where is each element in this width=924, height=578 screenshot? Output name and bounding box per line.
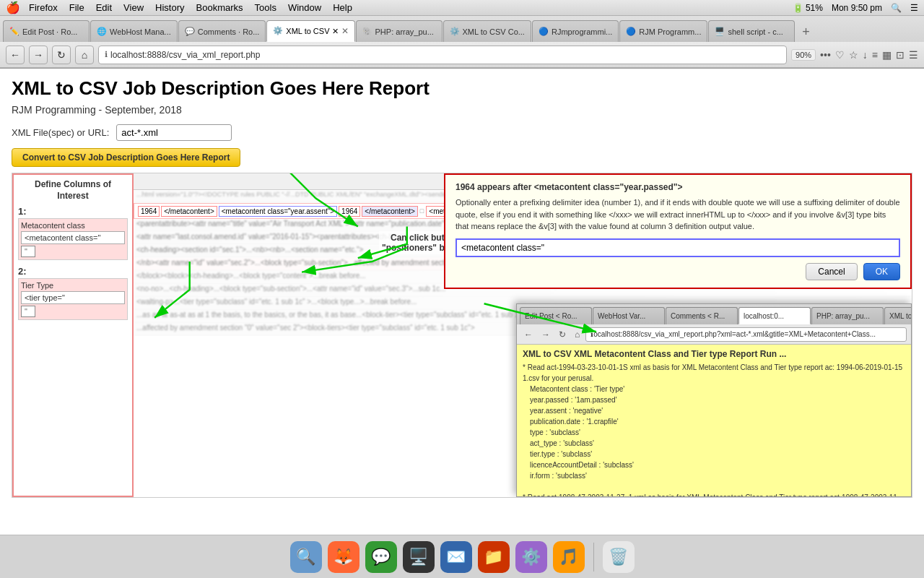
menu-items: Firefox File Edit View History Bookmarks… [29,2,352,13]
left-panel: Define Columns of Interest 1: Metaconten… [12,173,134,497]
reload-button[interactable]: ↻ [52,46,71,64]
dock-app1[interactable]: 📁 [478,541,510,573]
inner-tab-3[interactable]: Comments < R... [666,307,738,324]
star-icon[interactable]: ☆ [849,49,858,61]
fullscreen-icon[interactable]: ⊡ [896,49,905,61]
tooltip-body: Optionally enter a prefixing delimiter i… [456,197,900,233]
tab-rjm1[interactable]: 🔵 RJmprogrammi... [532,20,619,42]
tab-label-1: Edit Post · Ro... [22,27,83,36]
inner-line-type: type : 'subclass' [523,427,905,438]
field-1-value[interactable]: <metacontent class=" [21,231,125,244]
back-button[interactable]: ← [6,46,25,64]
menu-window[interactable]: Window [288,2,321,13]
tooltip-input[interactable] [456,238,900,257]
tab-favicon-8: 🔵 [626,27,636,37]
dock-app3[interactable]: 🎵 [553,541,585,573]
page-content: XML to CSV Job Description Goes Here Rep… [0,69,924,578]
menu-right: 🔋 51% Mon 9:50 pm 🔍 ☰ [793,3,918,13]
battery-icon: 🔋 51% [793,3,823,13]
field-2-value[interactable]: <tier type=" [21,291,125,304]
field-1-quote: " [21,246,35,257]
inner-tab-label-6: XML to CSV C... [889,312,912,320]
dock-firefox[interactable]: 🦊 [328,541,359,573]
xml-cell-year: 1964 [138,206,160,217]
address-bar[interactable]: ℹ localhost:8888/csv_via_xml_report.php [98,46,787,64]
dock: 🔍 🦊 💬 🖥️ ✉️ 📁 ⚙️ 🎵 🗑️ [0,535,924,578]
sidebar-icon[interactable]: ▦ [882,49,892,61]
dock-divider [593,543,594,571]
tab-edit-post[interactable]: ✏️ Edit Post · Ro... [3,20,90,42]
inner-reload-button[interactable]: ↻ [556,328,569,341]
field-1: 1: Metacontent class <metacontent class=… [18,206,128,260]
tab-rjm2[interactable]: 🔵 RJM Programm... [619,20,707,42]
tab-php[interactable]: 🐘 PHP: array_pu... [356,20,443,42]
xml-cell-tag1: </metacontent> [161,206,217,217]
tab-favicon-4: ⚙️ [273,26,283,36]
tab-label-2: WebHost Mana... [110,27,171,36]
form-row: XML File(spec) or URL: [12,124,912,141]
dock-terminal[interactable]: 🖥️ [403,541,435,573]
tab-shell[interactable]: 🖥️ shell script - c... [708,20,795,42]
inner-content-title: XML to CSV XML Metacontent Class and Tie… [523,349,905,359]
home-button[interactable]: ⌂ [75,46,94,64]
inner-back-button[interactable]: ← [521,328,536,341]
tab-label-3: Comments · Ro... [198,27,260,36]
menu-tools[interactable]: Tools [255,2,276,13]
inner-line-yearpassed: year.passed : '1am.passed' [523,394,905,405]
menu-bar: 🍎 Firefox File Edit View History Bookmar… [0,0,924,16]
tab-xml-csv2[interactable]: ⚙️ XML to CSV Co... [443,20,531,42]
inner-tab-4[interactable]: localhost:0... [738,307,811,324]
inner-tab-label-4: localhost:0... [744,312,784,320]
tooltip-buttons: Cancel OK [456,263,900,280]
dock-mail[interactable]: ✉️ [440,541,472,573]
inner-forward-button[interactable]: → [539,328,553,341]
field-2-group: Tier Type <tier type=" " [18,278,128,320]
library-icon[interactable]: ≡ [872,49,878,61]
tab-comments[interactable]: 💬 Comments · Ro... [178,20,266,42]
search-icon[interactable]: 🔍 [891,3,902,13]
dock-app2[interactable]: ⚙️ [515,541,547,573]
menu-bookmarks[interactable]: Bookmarks [196,2,243,13]
inner-nav-bar: ← → ↻ ⌂ ℹ ocalhost:8888/csv_via_xml_repo… [517,324,911,345]
field-1-type: Metacontent class [21,221,125,230]
inner-line-irform: ir.form : 'subclass' [523,470,905,481]
new-tab-button[interactable]: + [796,22,816,42]
notification-icon[interactable]: ☰ [910,3,918,13]
tab-webhost[interactable]: 🌐 WebHost Mana... [90,20,178,42]
xml-file-input[interactable] [116,124,232,141]
menu-help[interactable]: Help [333,2,352,13]
tab-label-6: XML to CSV Co... [463,27,525,36]
menu-history[interactable]: History [155,2,184,13]
menu-app[interactable]: Firefox [29,2,58,13]
dock-finder[interactable]: 🔍 [290,541,322,573]
inner-line-1: * Read act-1994-03-23-10-01-1S xml as ba… [523,362,905,384]
xml-spacer: □ [420,207,424,215]
dock-messages[interactable]: 💬 [365,541,397,573]
forward-button[interactable]: → [29,46,48,64]
inner-tab-2[interactable]: WebHost Var... [593,307,665,324]
tab-xml-csv[interactable]: ⚙️ XML to CSV ✕ ✕ [266,20,354,42]
main-layout: Define Columns of Interest 1: Metaconten… [12,173,912,498]
dock-trash[interactable]: 🗑️ [603,541,635,573]
bookmark-icon[interactable]: ♡ [835,49,845,61]
tooltip-popup: 1964 appears after <metacontent class="y… [444,173,912,289]
inner-tab-1[interactable]: Edit Post < Ro... [520,307,592,324]
inner-tab-6[interactable]: XML to CSV C... [884,307,912,324]
ok-button[interactable]: OK [863,263,900,280]
download-icon[interactable]: ↓ [863,49,868,61]
clock: Mon 9:50 pm [832,3,882,13]
cancel-button[interactable]: Cancel [806,263,857,280]
menu-file[interactable]: File [69,2,84,13]
xml-cell-year-val: 1964 [339,206,360,217]
inner-tab-5[interactable]: PHP: array_pu... [811,307,884,324]
hamburger-menu[interactable]: ☰ [909,49,918,61]
more-button[interactable]: ••• [820,49,831,61]
convert-button[interactable]: Convert to CSV Job Description Goes Here… [12,148,240,167]
menu-edit[interactable]: Edit [96,2,112,13]
tab-close-4[interactable]: ✕ [341,26,349,36]
inner-address-bar[interactable]: ℹ ocalhost:8888/csv_via_xml_report.php?x… [585,327,907,342]
inner-home-button[interactable]: ⌂ [572,328,583,341]
apple-menu[interactable]: 🍎 [6,1,20,14]
menu-view[interactable]: View [123,2,144,13]
tab-favicon-7: 🔵 [539,27,549,37]
